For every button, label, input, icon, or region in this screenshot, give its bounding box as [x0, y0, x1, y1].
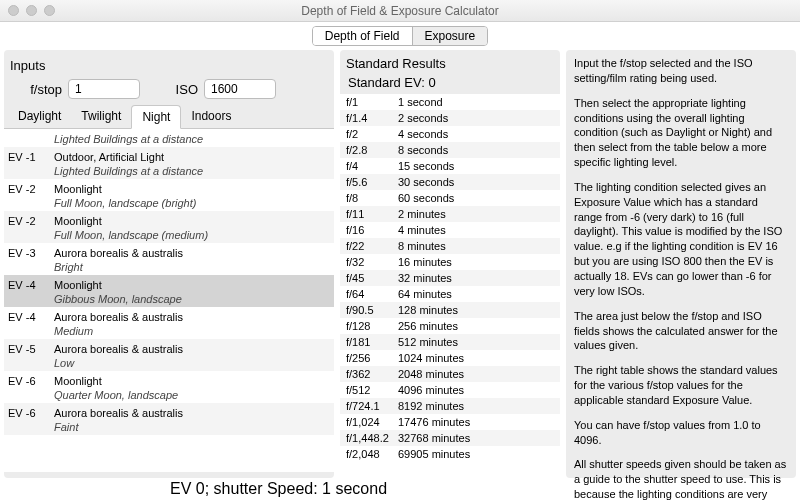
result-fstop: f/1,448.2 [340, 430, 398, 446]
fstop-input[interactable] [68, 79, 140, 99]
iso-label: ISO [146, 82, 198, 97]
close-icon[interactable] [8, 5, 19, 16]
lighting-ev: EV -1 [4, 147, 50, 179]
mode-tabs: Depth of Field Exposure [0, 22, 800, 50]
result-row[interactable]: f/24 seconds [340, 126, 560, 142]
result-shutter: 30 seconds [398, 174, 560, 190]
result-row[interactable]: f/1.42 seconds [340, 110, 560, 126]
result-shutter: 8 minutes [398, 238, 560, 254]
lighting-ev: EV -2 [4, 211, 50, 243]
window-title: Depth of Field & Exposure Calculator [0, 4, 800, 18]
result-shutter: 69905 minutes [398, 446, 560, 462]
result-row[interactable]: f/3622048 minutes [340, 366, 560, 382]
result-shutter: 512 minutes [398, 334, 560, 350]
result-fstop: f/128 [340, 318, 398, 334]
result-shutter: 8192 minutes [398, 398, 560, 414]
lighting-ev: EV -4 [4, 307, 50, 339]
lighting-row[interactable]: EV -2MoonlightFull Moon, landscape (brig… [4, 179, 334, 211]
result-shutter: 256 minutes [398, 318, 560, 334]
lighting-tab-indoors[interactable]: Indoors [181, 105, 241, 128]
result-fstop: f/32 [340, 254, 398, 270]
result-fstop: f/181 [340, 334, 398, 350]
result-row[interactable]: f/3216 minutes [340, 254, 560, 270]
lighting-list[interactable]: Lighted Buildings at a distanceEV -1Outd… [4, 129, 334, 472]
lighting-tab-twilight[interactable]: Twilight [71, 105, 131, 128]
result-fstop: f/2 [340, 126, 398, 142]
result-row[interactable]: f/6464 minutes [340, 286, 560, 302]
result-row[interactable]: f/2,04869905 minutes [340, 446, 560, 462]
result-row[interactable]: f/5124096 minutes [340, 382, 560, 398]
lighting-tabs: Daylight Twilight Night Indoors [4, 105, 334, 129]
lighting-desc: MoonlightFull Moon, landscape (bright) [50, 179, 334, 211]
result-row[interactable]: f/2561024 minutes [340, 350, 560, 366]
result-row[interactable]: f/228 minutes [340, 238, 560, 254]
result-fstop: f/2,048 [340, 446, 398, 462]
result-row[interactable]: f/4532 minutes [340, 270, 560, 286]
result-row[interactable]: f/181512 minutes [340, 334, 560, 350]
result-row[interactable]: f/90.5128 minutes [340, 302, 560, 318]
lighting-ev: EV -6 [4, 403, 50, 435]
lighting-desc: Aurora borealis & australisLow [50, 339, 334, 371]
result-fstop: f/4 [340, 158, 398, 174]
info-panel: Input the f/stop selected and the ISO se… [566, 50, 796, 478]
result-row[interactable]: f/860 seconds [340, 190, 560, 206]
result-shutter: 4 seconds [398, 126, 560, 142]
result-shutter: 128 minutes [398, 302, 560, 318]
result-fstop: f/1,024 [340, 414, 398, 430]
result-shutter: 2 minutes [398, 206, 560, 222]
result-shutter: 2048 minutes [398, 366, 560, 382]
result-row[interactable]: f/128256 minutes [340, 318, 560, 334]
lighting-tab-night[interactable]: Night [131, 105, 181, 129]
lighting-ev: EV -3 [4, 243, 50, 275]
result-fstop: f/64 [340, 286, 398, 302]
tab-depth-of-field[interactable]: Depth of Field [313, 27, 413, 45]
result-row[interactable]: f/5.630 seconds [340, 174, 560, 190]
lighting-row[interactable]: Lighted Buildings at a distance [4, 129, 334, 147]
result-row[interactable]: f/164 minutes [340, 222, 560, 238]
result-row[interactable]: f/1,02417476 minutes [340, 414, 560, 430]
lighting-ev: EV -4 [4, 275, 50, 307]
lighting-row[interactable]: EV -3Aurora borealis & australisBright [4, 243, 334, 275]
zoom-icon[interactable] [44, 5, 55, 16]
lighting-row[interactable]: EV -6MoonlightQuarter Moon, landscape [4, 371, 334, 403]
result-shutter: 4 minutes [398, 222, 560, 238]
result-fstop: f/256 [340, 350, 398, 366]
result-row[interactable]: f/112 minutes [340, 206, 560, 222]
result-fstop: f/512 [340, 382, 398, 398]
info-text: The right table shows the standard value… [574, 363, 788, 408]
result-shutter: 2 seconds [398, 110, 560, 126]
lighting-row[interactable]: EV -1Outdoor, Artificial LightLighted Bu… [4, 147, 334, 179]
lighting-ev [4, 129, 50, 147]
result-row[interactable]: f/11 second [340, 94, 560, 110]
tab-exposure[interactable]: Exposure [413, 27, 488, 45]
result-shutter: 32 minutes [398, 270, 560, 286]
result-shutter: 64 minutes [398, 286, 560, 302]
result-shutter: 60 seconds [398, 190, 560, 206]
lighting-row[interactable]: EV -2MoonlightFull Moon, landscape (medi… [4, 211, 334, 243]
lighting-row[interactable]: EV -4MoonlightGibbous Moon, landscape [4, 275, 334, 307]
result-fstop: f/22 [340, 238, 398, 254]
result-row[interactable]: f/415 seconds [340, 158, 560, 174]
lighting-desc: Aurora borealis & australisFaint [50, 403, 334, 435]
result-row[interactable]: f/1,448.232768 minutes [340, 430, 560, 446]
result-shutter: 4096 minutes [398, 382, 560, 398]
lighting-row[interactable]: EV -4Aurora borealis & australisMedium [4, 307, 334, 339]
info-text: Then select the appropriate lighting con… [574, 96, 788, 170]
result-row[interactable]: f/2.88 seconds [340, 142, 560, 158]
lighting-ev: EV -6 [4, 371, 50, 403]
lighting-ev: EV -5 [4, 339, 50, 371]
result-fstop: f/1 [340, 94, 398, 110]
result-fstop: f/724.1 [340, 398, 398, 414]
lighting-row[interactable]: EV -5Aurora borealis & australisLow [4, 339, 334, 371]
lighting-desc: Aurora borealis & australisMedium [50, 307, 334, 339]
result-row[interactable]: f/724.18192 minutes [340, 398, 560, 414]
results-list[interactable]: f/11 secondf/1.42 secondsf/24 secondsf/2… [340, 94, 560, 478]
minimize-icon[interactable] [26, 5, 37, 16]
iso-input[interactable] [204, 79, 276, 99]
result-shutter: 8 seconds [398, 142, 560, 158]
result-fstop: f/90.5 [340, 302, 398, 318]
lighting-row[interactable]: EV -6Aurora borealis & australisFaint [4, 403, 334, 435]
lighting-tab-daylight[interactable]: Daylight [8, 105, 71, 128]
info-text: The lighting condition selected gives an… [574, 180, 788, 299]
window-titlebar: Depth of Field & Exposure Calculator [0, 0, 800, 22]
